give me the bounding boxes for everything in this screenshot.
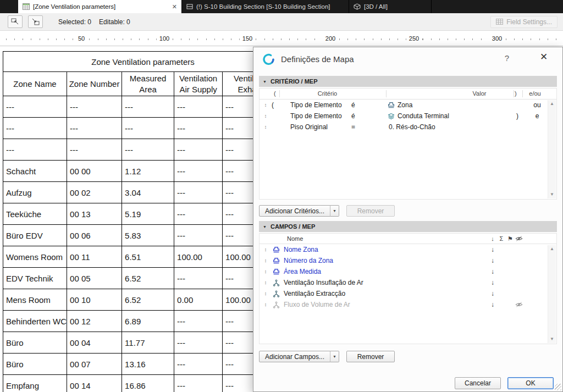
cell-ventilation-air-supply[interactable]: 100.00 <box>174 246 223 268</box>
sort-icon[interactable]: ↓ <box>488 268 497 275</box>
resize-grip[interactable] <box>555 384 561 390</box>
cell-ventilation-air-supply[interactable]: --- <box>174 268 223 289</box>
table-row[interactable]: Teeküche 00 13 5.19 --- --- <box>3 203 283 225</box>
cell-ventilation-air-supply[interactable]: --- <box>174 96 223 118</box>
tab-building-section[interactable]: (!) S-10 Building Section [S-10 Building… <box>182 0 349 13</box>
cell-ventilation-air-supply[interactable]: --- <box>174 118 223 139</box>
cell-ventilation-air-supply[interactable]: --- <box>174 203 223 225</box>
row-drag-handle[interactable]: ↕ <box>260 258 272 263</box>
table-row[interactable]: Mens Room 00 10 6.52 0.00 100.00 <box>3 289 283 311</box>
tab-3d-all[interactable]: [3D / All] <box>349 0 432 13</box>
cell-zone-number[interactable]: --- <box>67 96 122 118</box>
cell-zone-name[interactable]: Mens Room <box>3 289 67 311</box>
cell-measured-area[interactable]: 5.19 <box>122 203 174 225</box>
cell-zone-number[interactable]: 00 07 <box>67 354 122 375</box>
field-row-ventilacao-insuflacao[interactable]: ↕ Ventilação Insuflação de Ar ↓ <box>260 277 549 288</box>
pick-up-parameters-button[interactable] <box>8 15 23 28</box>
table-row[interactable]: Behinderten WC 00 12 6.89 --- --- <box>3 311 283 332</box>
sum-column-icon[interactable]: Σ <box>497 236 506 242</box>
cell-zone-name[interactable]: Womens Room <box>3 246 67 268</box>
row-drag-handle[interactable]: ↕ <box>260 247 272 252</box>
cell-ventilation-air-supply[interactable]: --- <box>174 225 223 246</box>
criteria-scrollbar[interactable]: ▲ ▼ <box>548 100 556 198</box>
sort-icon[interactable]: ↓ <box>488 246 497 253</box>
transfer-parameters-button[interactable] <box>28 15 43 28</box>
table-row[interactable]: Aufzug 00 02 3.04 --- --- <box>3 182 283 203</box>
field-row-nome-zona[interactable]: ↕ Nome Zona ↓ <box>260 244 549 255</box>
table-row[interactable]: --- --- --- --- --- <box>3 96 283 118</box>
cell-measured-area[interactable]: 5.83 <box>122 225 174 246</box>
cell-zone-number[interactable]: 00 00 <box>67 161 122 182</box>
cell-zone-number[interactable]: 00 11 <box>67 246 122 268</box>
cell-zone-name[interactable]: --- <box>3 118 67 139</box>
hidden-eye-icon[interactable] <box>515 302 523 307</box>
table-row[interactable]: Empfang 00 14 16.86 --- --- <box>3 375 283 392</box>
cell-ventilation-air-supply[interactable]: --- <box>174 375 223 392</box>
row-drag-handle[interactable]: ↕ <box>260 103 272 108</box>
help-button[interactable]: ? <box>502 54 512 62</box>
cancel-button[interactable]: Cancelar <box>455 377 501 389</box>
add-fields-button[interactable]: Adicionar Campos... <box>259 351 330 362</box>
table-row[interactable]: Schacht 00 00 1.12 --- --- <box>3 161 283 182</box>
row-drag-handle[interactable]: ↕ <box>260 280 272 285</box>
cell-zone-number[interactable]: 00 02 <box>67 182 122 203</box>
row-drag-handle[interactable]: ↕ <box>260 291 272 296</box>
cell-zone-name[interactable]: EDV Technik <box>3 268 67 289</box>
sort-icon[interactable]: ↓ <box>488 279 497 286</box>
sort-icon[interactable]: ↓ <box>488 290 497 297</box>
cell-ventilation-air-supply[interactable]: 0.00 <box>174 289 223 311</box>
row-drag-handle[interactable]: ↕ <box>260 269 272 274</box>
criteria-row[interactable]: ↕ Tipo de Elemento é Conduta Terminal ) … <box>260 111 549 122</box>
cell-ventilation-air-supply[interactable]: --- <box>174 354 223 375</box>
cell-ventilation-air-supply[interactable]: --- <box>174 161 223 182</box>
scroll-down-icon[interactable]: ▼ <box>548 192 556 197</box>
table-row[interactable]: EDV Technik 00 05 6.52 --- --- <box>3 268 283 289</box>
cell-zone-name[interactable]: --- <box>3 96 67 118</box>
sort-icon[interactable]: ↓ <box>488 301 497 308</box>
sort-column-icon[interactable]: ↓ <box>488 236 497 242</box>
cell-zone-number[interactable]: 00 05 <box>67 268 122 289</box>
cell-measured-area[interactable]: 11.77 <box>122 332 174 354</box>
cell-ventilation-air-supply[interactable]: --- <box>174 311 223 332</box>
field-row-fluxo-volume-ar[interactable]: ↕ Fluxo de Volume de Ar ↓ <box>260 299 549 310</box>
table-row[interactable]: Büro 00 07 13.16 --- --- <box>3 354 283 375</box>
table-row[interactable]: --- --- --- --- --- <box>3 139 283 161</box>
tab-close-icon[interactable]: ✕ <box>172 4 177 10</box>
cell-ventilation-air-supply[interactable]: --- <box>174 332 223 354</box>
row-drag-handle[interactable]: ↕ <box>260 302 272 307</box>
cell-measured-area[interactable]: 6.52 <box>122 268 174 289</box>
cell-measured-area[interactable]: 6.51 <box>122 246 174 268</box>
cell-zone-number[interactable]: 00 10 <box>67 289 122 311</box>
cell-measured-area[interactable]: 1.12 <box>122 161 174 182</box>
column-header-zone-number[interactable]: Zone Number <box>67 72 122 96</box>
cell-measured-area[interactable]: --- <box>122 96 174 118</box>
remove-criteria-button[interactable]: Remover <box>346 205 395 217</box>
cell-measured-area[interactable]: 13.16 <box>122 354 174 375</box>
add-fields-dropdown-icon[interactable]: ▾ <box>330 351 339 362</box>
cell-zone-number[interactable]: 00 06 <box>67 225 122 246</box>
cell-measured-area[interactable]: 6.89 <box>122 311 174 332</box>
column-header-ventilation-air-supply[interactable]: Ventilation Air Supply <box>174 72 223 96</box>
cell-zone-number[interactable]: 00 12 <box>67 311 122 332</box>
criteria-section-header[interactable]: ▼ CRITÉRIO / MEP <box>259 76 557 87</box>
scroll-up-icon[interactable]: ▲ <box>548 102 556 106</box>
cell-zone-name[interactable]: Empfang <box>3 375 67 392</box>
cell-zone-number[interactable]: 00 04 <box>67 332 122 354</box>
criteria-row[interactable]: ↕ Piso Original = 0. Rés-do-Chão <box>260 122 549 132</box>
cell-measured-area[interactable]: 3.04 <box>122 182 174 203</box>
cell-measured-area[interactable]: 16.86 <box>122 375 174 392</box>
cell-zone-name[interactable]: Aufzug <box>3 182 67 203</box>
cell-zone-name[interactable]: Behinderten WC <box>3 311 67 332</box>
remove-fields-button[interactable]: Remover <box>346 351 395 362</box>
criteria-row[interactable]: ↕ ( Tipo de Elemento é Zona ou <box>260 100 549 111</box>
cell-zone-name[interactable]: Büro EDV <box>3 225 67 246</box>
add-criteria-dropdown-icon[interactable]: ▾ <box>330 205 339 217</box>
field-settings-button[interactable]: Field Settings... <box>490 16 558 28</box>
cell-zone-name[interactable]: Teeküche <box>3 203 67 225</box>
cell-measured-area[interactable]: --- <box>122 139 174 161</box>
visibility-column-icon[interactable] <box>515 236 523 241</box>
column-header-zone-name[interactable]: Zone Name <box>3 72 67 96</box>
field-row-numero-da-zona[interactable]: ↕ Número da Zona ↓ <box>260 255 549 266</box>
tab-zone-ventilation-schedule[interactable]: [Zone Ventilation parameters] ✕ <box>18 0 182 13</box>
flag-column-icon[interactable]: ⚑ <box>506 236 515 242</box>
